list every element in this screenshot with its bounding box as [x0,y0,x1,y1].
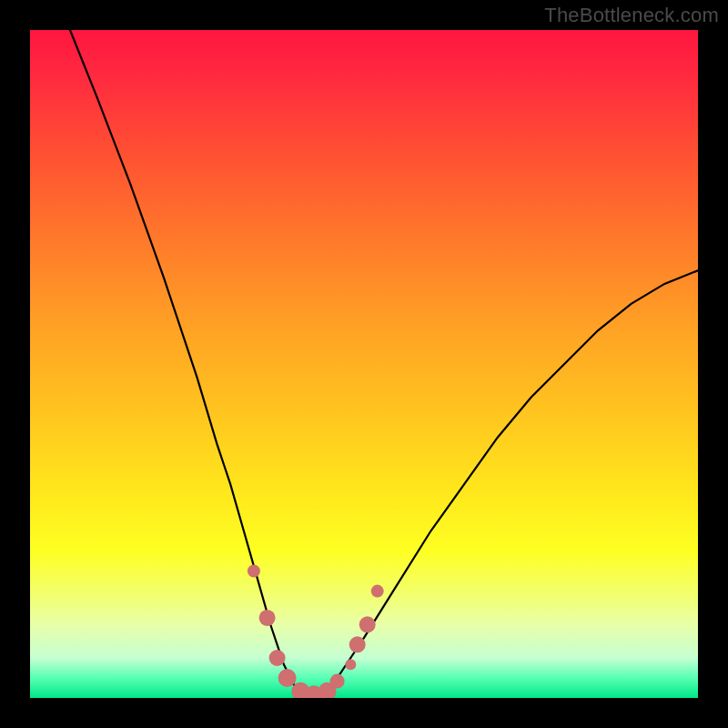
marker-point [349,636,366,652]
marker-point [259,610,276,626]
marker-point [269,650,286,666]
watermark-text: TheBottleneck.com [544,4,719,27]
chart-frame: TheBottleneck.com [0,0,728,728]
marker-point [371,585,384,598]
bottleneck-curve [70,30,698,694]
marker-point [330,674,345,689]
plot-area [30,30,698,698]
curve-layer [30,30,698,698]
marker-point [359,616,376,632]
marker-point [278,669,297,687]
marker-point [248,565,260,578]
marker-point [345,659,356,670]
marker-group [248,565,384,699]
